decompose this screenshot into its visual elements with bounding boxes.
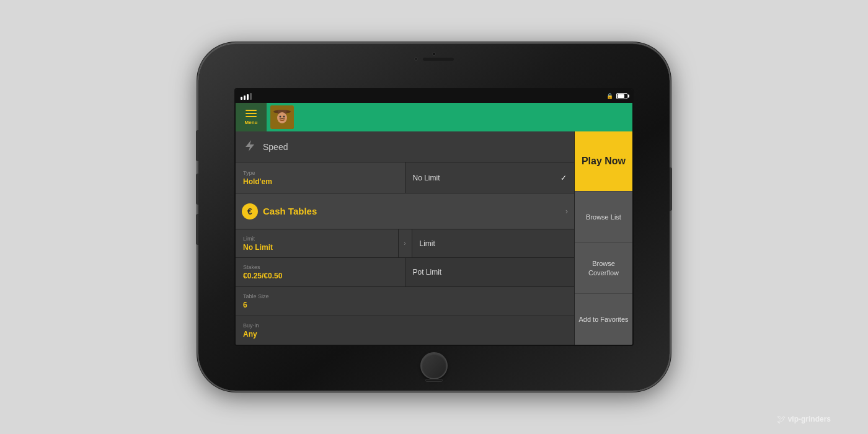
stakes-value: €0.25/€0.50 (243, 272, 397, 280)
phone-screen: 🔒 Menu (234, 88, 634, 346)
home-button[interactable] (420, 352, 448, 379)
limit-row: Limit No Limit › Limit (236, 229, 574, 259)
status-right-area: 🔒 (606, 93, 627, 99)
limit-plain-label: Limit (420, 239, 567, 248)
menu-line-3 (246, 116, 257, 117)
stakes-label: Stakes (243, 264, 397, 270)
svg-point-4 (280, 116, 281, 118)
play-now-button[interactable]: Play Now (575, 131, 632, 191)
left-panel: Speed Type Hold'em No Limit ✓ (236, 131, 574, 345)
table-size-value: 6 (243, 301, 567, 309)
speed-row: Speed (236, 131, 574, 162)
buy-in-label: Buy-in (243, 322, 567, 329)
volume-down-button[interactable] (196, 174, 198, 205)
table-size-cell: Table Size 6 (236, 287, 574, 316)
speed-label: Speed (263, 142, 288, 152)
cash-tables-label: Cash Tables (263, 206, 560, 216)
browse-list-text: Browse List (586, 213, 621, 221)
app-header: Menu (236, 103, 632, 131)
buy-in-cell: Buy-in Any (236, 316, 574, 345)
signal-bar-4 (250, 93, 252, 100)
stakes-cell: Stakes €0.25/€0.50 (236, 258, 405, 286)
add-to-favorites-text: Add to Favorites (578, 315, 628, 324)
arrow-icon: › (404, 240, 405, 247)
lock-icon: 🔒 (606, 93, 613, 99)
type-value: Hold'em (243, 177, 397, 186)
silent-switch[interactable] (196, 214, 198, 245)
avatar (270, 105, 294, 129)
bird-icon: 🕊 (777, 414, 786, 424)
svg-point-5 (283, 116, 285, 118)
phone-device: 🔒 Menu (198, 43, 670, 391)
phone-shell: 🔒 Menu (198, 43, 670, 391)
svg-point-3 (277, 112, 287, 123)
limit-value: No Limit (243, 243, 391, 252)
table-size-row: Table Size 6 (236, 287, 574, 316)
buy-in-value: Any (243, 330, 567, 339)
limit-cell: Limit No Limit (236, 229, 399, 258)
headphone-jack (432, 52, 436, 56)
dock-connector (425, 379, 443, 382)
play-now-text: Play Now (582, 155, 626, 167)
battery-fill (618, 94, 624, 98)
front-camera (414, 57, 418, 61)
watermark: 🕊 vip-grinders (777, 414, 831, 424)
euro-icon: € (242, 203, 258, 219)
power-button[interactable] (670, 167, 672, 211)
status-bar: 🔒 (236, 89, 632, 103)
cash-tables-row[interactable]: € Cash Tables › (236, 193, 574, 229)
euro-symbol: € (247, 206, 252, 216)
menu-line-2 (246, 113, 257, 114)
browse-list-button[interactable]: Browse List (575, 191, 632, 242)
signal-bar-3 (247, 94, 249, 100)
no-limit-cell[interactable]: No Limit ✓ (405, 162, 575, 193)
menu-line-1 (246, 110, 257, 111)
stakes-row: Stakes €0.25/€0.50 Pot Limit (236, 258, 574, 287)
table-size-label: Table Size (243, 293, 567, 299)
brand-name: vip-grinders (788, 415, 831, 423)
top-area (414, 57, 454, 61)
browse-coverflow-button[interactable]: Browse Coverflow (575, 242, 632, 294)
buy-in-row: Buy-in Any (236, 316, 574, 345)
menu-button[interactable]: Menu (236, 103, 267, 131)
limit-label: Limit (243, 236, 391, 242)
no-limit-label: No Limit (413, 174, 440, 182)
battery-indicator (616, 93, 627, 99)
volume-up-button[interactable] (196, 130, 198, 161)
pot-limit-cell: Pot Limit (405, 258, 575, 286)
main-content: Speed Type Hold'em No Limit ✓ (236, 131, 632, 345)
signal-bar-2 (244, 95, 246, 100)
chevron-right-icon: › (565, 207, 568, 216)
signal-bar-1 (241, 97, 242, 100)
lightning-icon (243, 139, 257, 155)
earpiece-speaker (423, 58, 454, 61)
pot-limit-label: Pot Limit (413, 268, 567, 277)
game-type-row: Type Hold'em No Limit ✓ (236, 162, 574, 193)
browse-coverflow-text: Browse Coverflow (578, 259, 629, 277)
checkmark-icon: ✓ (560, 174, 567, 182)
limit-plain-cell: Limit (412, 229, 575, 258)
limit-arrow: › (399, 229, 412, 258)
brand-text: vip-grinders (788, 415, 831, 423)
type-label: Type (243, 170, 397, 176)
right-action-panel: Play Now Browse List Browse Coverflow Ad… (574, 131, 632, 345)
add-to-favorites-button[interactable]: Add to Favorites (575, 293, 632, 345)
menu-label: Menu (245, 120, 258, 125)
type-cell: Type Hold'em (236, 162, 405, 193)
signal-indicator (241, 93, 252, 100)
